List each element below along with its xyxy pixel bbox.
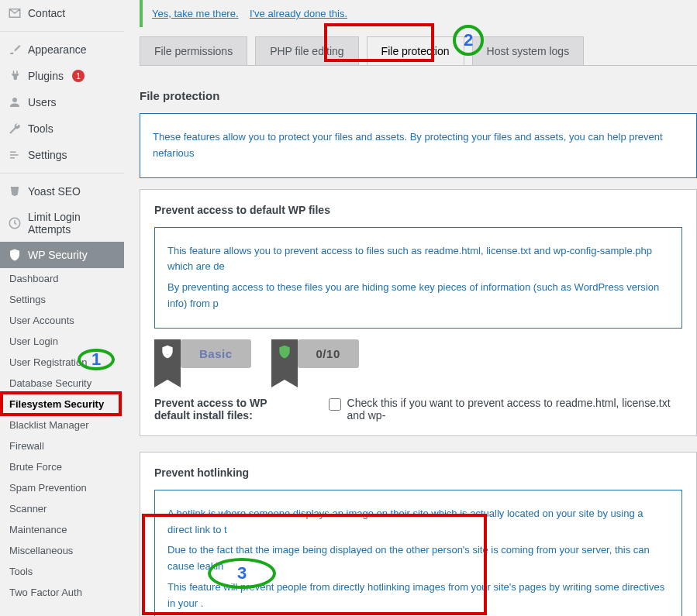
sidebar-sub-database-security[interactable]: Database Security (0, 373, 124, 394)
sidebar-item-contact[interactable]: Contact (0, 0, 124, 26)
setting-label: Prevent access to WP default install fil… (154, 397, 298, 422)
sidebar-item-plugins[interactable]: Plugins1 (0, 63, 124, 89)
sidebar-sub-brute-force[interactable]: Brute Force (0, 456, 124, 477)
sidebar-sub-scanner[interactable]: Scanner (0, 498, 124, 519)
sidebar-item-settings[interactable]: Settings (0, 142, 124, 168)
sidebar-sub-maintenance[interactable]: Maintenance (0, 519, 124, 540)
section-title: Prevent access to default WP files (154, 204, 682, 216)
sidebar-item-yoast-seo[interactable]: Yoast SEO (0, 178, 124, 205)
sidebar-item-wp-security[interactable]: WP Security (0, 242, 124, 268)
sidebar-sub-dashboard[interactable]: Dashboard (0, 268, 124, 289)
section1-info: This feature allows you to prevent acces… (154, 227, 682, 329)
sidebar-item-tools[interactable]: Tools (0, 115, 124, 142)
sidebar-sub-user-registration[interactable]: User Registration (0, 352, 124, 373)
section2-info: A hotlink is where someone displays an i… (154, 490, 682, 616)
sidebar-item-appearance[interactable]: Appearance (0, 36, 124, 63)
section-prevent-default-files: Prevent access to default WP files This … (140, 189, 697, 436)
admin-sidebar: ContactAppearancePlugins1UsersToolsSetti… (0, 0, 124, 616)
sidebar-sub-two-factor-auth[interactable]: Two Factor Auth (0, 582, 124, 603)
notice-link-done[interactable]: I've already done this. (250, 8, 347, 19)
score-badge: 0/10 (298, 339, 359, 368)
tab-host-system-logs[interactable]: Host system logs (472, 36, 585, 65)
sidebar-sub-user-login[interactable]: User Login (0, 331, 124, 352)
sidebar-sub-settings[interactable]: Settings (0, 289, 124, 310)
settings-tabs: File permissionsPHP file editingFile pro… (140, 36, 697, 65)
prevent-default-files-checkbox[interactable] (329, 398, 341, 411)
section-prevent-hotlinking: Prevent hotlinking A hotlink is where so… (140, 452, 697, 616)
shield-icon (271, 339, 298, 380)
tab-php-file-editing[interactable]: PHP file editing (255, 36, 358, 65)
sidebar-sub-blacklist-manager[interactable]: Blacklist Manager (0, 415, 124, 435)
sidebar-sub-firewall[interactable]: Firewall (0, 435, 124, 456)
tab-file-permissions[interactable]: File permissions (140, 36, 247, 65)
section-title: Prevent hotlinking (154, 466, 682, 479)
sidebar-item-limit-login-attempts[interactable]: Limit Login Attempts (0, 205, 124, 242)
notice-bar: Yes, take me there. I've already done th… (140, 0, 697, 27)
notice-link-yes[interactable]: Yes, take me there. (152, 8, 239, 19)
checkbox-description: Check this if you want to prevent access… (347, 397, 682, 422)
sidebar-sub-spam-prevention[interactable]: Spam Prevention (0, 477, 124, 498)
level-badge: Basic (181, 339, 251, 368)
badges-row: Basic 0/10 (154, 339, 682, 380)
sidebar-sub-tools[interactable]: Tools (0, 561, 124, 582)
shield-icon (154, 339, 181, 380)
sidebar-sub-miscellaneous[interactable]: Miscellaneous (0, 540, 124, 561)
sidebar-item-users[interactable]: Users (0, 89, 124, 115)
main-content: Yes, take me there. I've already done th… (124, 0, 697, 616)
page-title: File protection (140, 89, 697, 102)
intro-box: These features allow you to protect your… (140, 113, 697, 178)
tab-file-protection[interactable]: File protection (367, 36, 464, 65)
sidebar-sub-user-accounts[interactable]: User Accounts (0, 310, 124, 331)
sidebar-sub-filesystem-security[interactable]: Filesystem Security (0, 394, 124, 415)
